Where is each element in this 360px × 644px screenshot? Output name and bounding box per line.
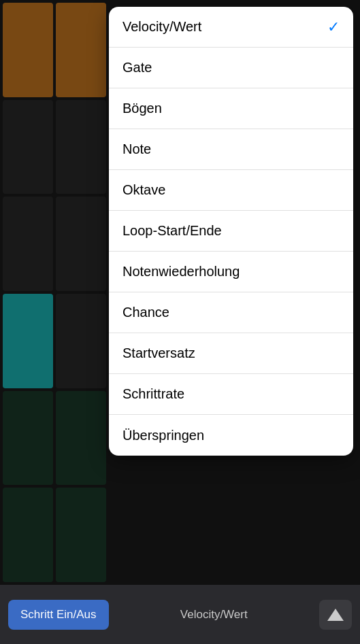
dropdown-item[interactable]: Velocity/Wert✓ [109,7,353,48]
dropdown-item-label: Chance [122,305,169,320]
dropdown-item-label: Bögen [122,101,162,116]
dropdown-item[interactable]: Gate [109,48,353,88]
dropdown-item-label: Velocity/Wert [122,19,201,35]
dropdown-item[interactable]: Chance [109,292,353,333]
dropdown-item-label: Note [122,141,151,157]
selected-mode-label: Velocity/Wert [114,608,314,622]
bottom-toolbar: Schritt Ein/Aus Velocity/Wert [0,585,360,644]
expand-button[interactable] [319,600,352,630]
dropdown-item-label: Startversatz [122,345,195,361]
dropdown-item-label: Loop-Start/Ende [122,223,222,239]
dropdown-item-label: Oktave [122,182,165,198]
dropdown-item-label: Notenwiederholung [122,264,240,279]
triangle-up-icon [327,609,344,621]
dropdown-item[interactable]: Oktave [109,170,353,211]
dropdown-item-label: Schrittrate [122,386,184,402]
dropdown-item[interactable]: Loop-Start/Ende [109,211,353,252]
dropdown-item[interactable]: Bögen [109,88,353,129]
dropdown-item-label: Überspringen [122,428,204,443]
dropdown-item-label: Gate [122,60,152,75]
step-on-off-button[interactable]: Schritt Ein/Aus [8,600,109,630]
dropdown-item[interactable]: Startversatz [109,333,353,374]
dropdown-item[interactable]: Notenwiederholung [109,252,353,292]
dropdown-item[interactable]: Überspringen [109,415,353,456]
dropdown-item[interactable]: Schrittrate [109,374,353,415]
checkmark-icon: ✓ [327,18,340,36]
dropdown-menu: Velocity/Wert✓GateBögenNoteOktaveLoop-St… [109,7,353,456]
dropdown-item[interactable]: Note [109,129,353,170]
